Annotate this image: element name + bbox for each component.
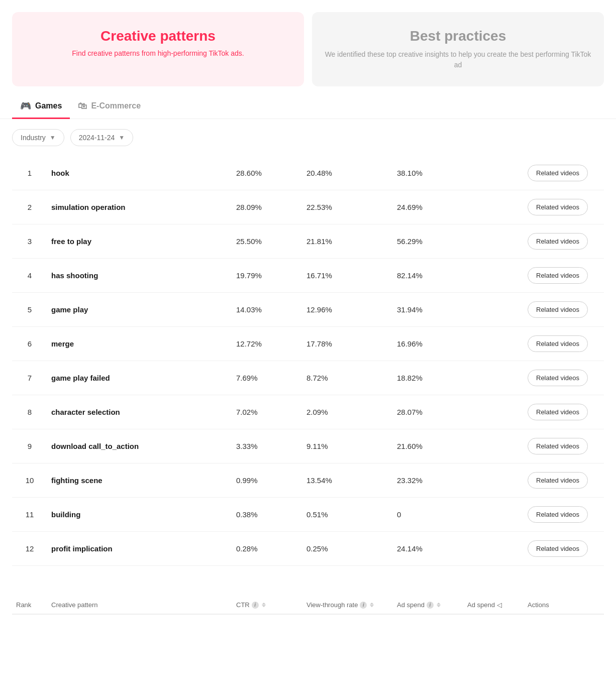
cell-adspend2-5	[463, 336, 524, 352]
ecommerce-icon: 🛍	[78, 101, 87, 111]
cell-pattern-5: merge	[47, 331, 232, 356]
vtr-sort-down-icon	[370, 605, 374, 607]
cell-vtr-2: 21.81%	[302, 229, 393, 254]
cell-adspend-8: 21.60%	[393, 434, 463, 458]
cell-actions-7: Related videos	[524, 396, 604, 428]
best-practices-card[interactable]: Best practices We identified these top c…	[312, 12, 604, 86]
related-videos-button-11[interactable]: Related videos	[528, 540, 588, 557]
cell-pattern-0: hook	[47, 161, 232, 185]
related-videos-button-10[interactable]: Related videos	[528, 506, 588, 523]
cell-adspend-2: 56.29%	[393, 229, 463, 254]
table-row: 11 building 0.38% 0.51% 0 Related videos	[12, 498, 604, 532]
cell-vtr-5: 17.78%	[302, 331, 393, 356]
cell-adspend2-3	[463, 268, 524, 284]
cell-pattern-8: download call_to_action	[47, 434, 232, 458]
cell-ctr-6: 7.69%	[232, 366, 302, 390]
ctr-info-icon[interactable]: i	[252, 602, 259, 609]
cell-actions-10: Related videos	[524, 498, 604, 531]
filters-section: Industry ▼ 2024-11-24 ▼	[0, 119, 616, 156]
cell-rank-11: 12	[12, 536, 47, 561]
creative-patterns-title: Creative patterns	[24, 28, 292, 44]
cell-pattern-2: free to play	[47, 229, 232, 254]
cell-adspend-9: 23.32%	[393, 468, 463, 493]
cell-rank-3: 4	[12, 263, 47, 288]
cell-vtr-7: 2.09%	[302, 400, 393, 424]
cell-adspend-10: 0	[393, 502, 463, 527]
related-videos-button-6[interactable]: Related videos	[528, 370, 588, 386]
cell-ctr-4: 14.03%	[232, 297, 302, 322]
header-ctr[interactable]: CTR i	[232, 599, 302, 611]
related-videos-button-9[interactable]: Related videos	[528, 472, 588, 489]
cell-pattern-10: building	[47, 502, 232, 527]
cell-actions-8: Related videos	[524, 430, 604, 462]
cell-actions-5: Related videos	[524, 327, 604, 360]
vtr-sort-up-icon	[370, 603, 374, 605]
tab-games[interactable]: 🎮 Games	[12, 94, 70, 119]
table-row: 2 simulation operation 28.09% 22.53% 24.…	[12, 190, 604, 224]
header-view-through-rate[interactable]: View-through rate i	[302, 599, 393, 611]
table-row: 4 has shooting 19.79% 16.71% 82.14% Rela…	[12, 259, 604, 293]
cell-adspend-5: 16.96%	[393, 331, 463, 356]
related-videos-button-1[interactable]: Related videos	[528, 199, 588, 215]
cell-adspend-1: 24.69%	[393, 195, 463, 219]
related-videos-button-4[interactable]: Related videos	[528, 301, 588, 318]
adspend-info-icon[interactable]: i	[427, 602, 434, 609]
cell-adspend2-6	[463, 370, 524, 386]
cell-ctr-5: 12.72%	[232, 331, 302, 356]
table-row: 5 game play 14.03% 12.96% 31.94% Related…	[12, 293, 604, 327]
tabs-section: 🎮 Games 🛍 E-Commerce	[0, 94, 616, 119]
cell-ctr-8: 3.33%	[232, 434, 302, 458]
cell-ctr-10: 0.38%	[232, 502, 302, 527]
related-videos-button-7[interactable]: Related videos	[528, 404, 588, 420]
table-row: 7 game play failed 7.69% 8.72% 18.82% Re…	[12, 361, 604, 395]
creative-patterns-subtitle: Find creative patterns from high-perform…	[24, 49, 292, 57]
ctr-sort-icons[interactable]	[262, 603, 266, 607]
cell-actions-0: Related videos	[524, 157, 604, 189]
cell-pattern-6: game play failed	[47, 366, 232, 390]
cell-adspend-7: 28.07%	[393, 400, 463, 424]
date-filter[interactable]: 2024-11-24 ▼	[70, 129, 134, 146]
vtr-sort-icons[interactable]	[370, 603, 374, 607]
creative-patterns-card[interactable]: Creative patterns Find creative patterns…	[12, 12, 304, 86]
cell-vtr-0: 20.48%	[302, 161, 393, 185]
cell-ctr-11: 0.28%	[232, 536, 302, 561]
cell-rank-6: 7	[12, 366, 47, 390]
header-rank: Rank	[12, 599, 47, 611]
related-videos-button-2[interactable]: Related videos	[528, 233, 588, 250]
related-videos-button-5[interactable]: Related videos	[528, 335, 588, 352]
header-ad-spend[interactable]: Ad spend i	[393, 599, 463, 611]
adspend-sort-up-icon	[437, 603, 441, 605]
cell-vtr-11: 0.25%	[302, 536, 393, 561]
cell-rank-9: 10	[12, 468, 47, 493]
cell-actions-11: Related videos	[524, 532, 604, 565]
cell-adspend2-11	[463, 541, 524, 557]
cell-rank-1: 2	[12, 195, 47, 219]
cell-ctr-2: 25.50%	[232, 229, 302, 254]
adspend-sort-icons[interactable]	[437, 603, 441, 607]
industry-filter[interactable]: Industry ▼	[12, 129, 64, 146]
cell-adspend2-8	[463, 438, 524, 454]
related-videos-button-3[interactable]: Related videos	[528, 267, 588, 284]
related-videos-button-8[interactable]: Related videos	[528, 438, 588, 454]
table-row: 1 hook 28.60% 20.48% 38.10% Related vide…	[12, 156, 604, 190]
cell-vtr-9: 13.54%	[302, 468, 393, 493]
cell-actions-9: Related videos	[524, 464, 604, 497]
cell-rank-7: 8	[12, 400, 47, 424]
cell-pattern-11: profit implication	[47, 536, 232, 561]
cell-adspend2-9	[463, 473, 524, 489]
table-row: 3 free to play 25.50% 21.81% 56.29% Rela…	[12, 224, 604, 259]
table-row: 12 profit implication 0.28% 0.25% 24.14%…	[12, 532, 604, 566]
table-container: 1 hook 28.60% 20.48% 38.10% Related vide…	[12, 156, 604, 615]
cell-actions-6: Related videos	[524, 362, 604, 394]
cell-adspend-0: 38.10%	[393, 161, 463, 185]
date-filter-label: 2024-11-24	[79, 134, 115, 142]
table-row: 9 download call_to_action 3.33% 9.11% 21…	[12, 429, 604, 464]
table-rows: 1 hook 28.60% 20.48% 38.10% Related vide…	[12, 156, 604, 566]
cell-ctr-9: 0.99%	[232, 468, 302, 493]
tab-ecommerce[interactable]: 🛍 E-Commerce	[70, 95, 149, 119]
vtr-info-icon[interactable]: i	[360, 602, 367, 609]
cell-adspend-3: 82.14%	[393, 263, 463, 288]
tab-games-label: Games	[35, 101, 62, 110]
related-videos-button-0[interactable]: Related videos	[528, 165, 588, 181]
cell-ctr-3: 19.79%	[232, 263, 302, 288]
